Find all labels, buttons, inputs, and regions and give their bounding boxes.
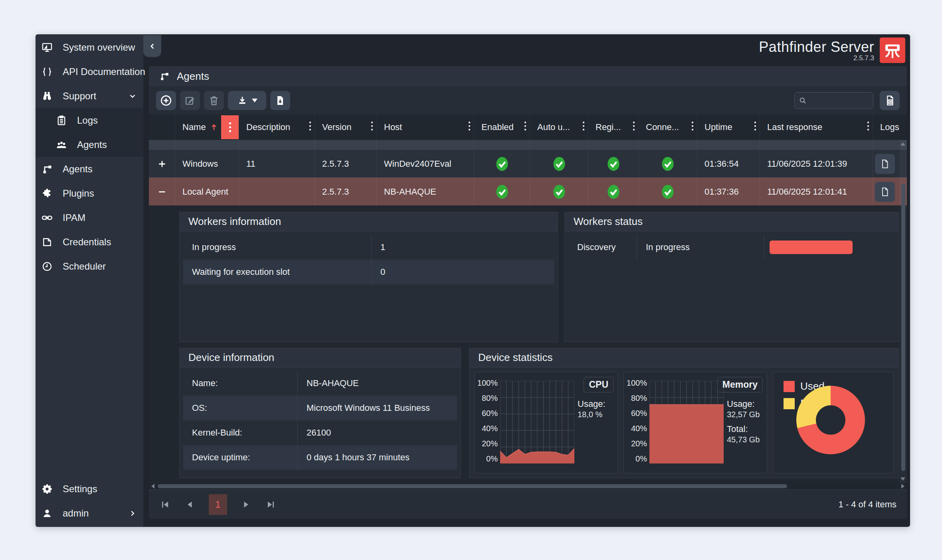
sidebar-item-scheduler[interactable]: Scheduler (36, 254, 143, 278)
page-number-button[interactable]: 1 (209, 494, 227, 515)
row-logs-button[interactable] (875, 182, 895, 202)
axis-tick-label: 100% (627, 379, 647, 388)
scroll-down-arrow-icon[interactable] (900, 477, 905, 481)
cpu-y-axis: 100%80%60%40%20%0% (477, 376, 500, 470)
binoculars-icon (41, 90, 53, 102)
expand-button[interactable] (149, 150, 175, 177)
sidebar-item-ipam[interactable]: IPAM (36, 205, 143, 230)
sort-ascending-icon (209, 122, 219, 132)
column-menu-icon[interactable] (371, 121, 373, 134)
first-page-button[interactable] (159, 499, 170, 510)
cell-auto-update (530, 150, 588, 177)
column-menu-active-icon[interactable] (221, 115, 239, 139)
kv-label: In progress (183, 235, 372, 260)
column-menu-icon[interactable] (867, 121, 869, 134)
sidebar-item-plugins[interactable]: Plugins (36, 181, 143, 205)
sidebar-item-support-agents[interactable]: Agents (36, 132, 143, 157)
sidebar-item-settings[interactable]: Settings (36, 477, 143, 501)
column-menu-icon[interactable] (468, 121, 471, 134)
column-menu-icon[interactable] (582, 121, 585, 134)
column-header-last-response[interactable]: Last response (760, 114, 873, 140)
sidebar-item-api-documentation[interactable]: API Documentation (36, 59, 143, 84)
kv-label: Kernel-Build: (183, 420, 298, 445)
column-header-host[interactable]: Host (377, 114, 474, 140)
clipboard-icon (55, 114, 67, 126)
column-header-uptime[interactable]: Uptime (697, 114, 760, 140)
excel-export-button[interactable] (880, 91, 900, 110)
delete-button[interactable] (204, 91, 224, 110)
filter-row[interactable] (149, 140, 907, 150)
column-menu-icon[interactable] (524, 121, 526, 134)
horizontal-scroll-thumb[interactable] (158, 484, 787, 488)
column-label: Last response (767, 122, 822, 132)
table-row: Name: NB-AHAQUE (183, 371, 457, 396)
column-menu-icon[interactable] (309, 121, 311, 134)
legend-swatch (784, 398, 795, 409)
table-row: OS: Microsoft Windows 11 Business (183, 396, 457, 420)
export-file-button[interactable] (270, 91, 290, 110)
table-row[interactable]: Windows 11 2.5.7.3 WinDev2407Eval 01:36:… (149, 150, 907, 177)
device-information-panel: Device information Name: NB-AHAQUE OS: M… (179, 348, 461, 478)
sidebar-item-credentials[interactable]: Credentials (36, 230, 143, 254)
add-button[interactable] (156, 91, 176, 110)
column-header-registered[interactable]: Regi... (588, 114, 639, 140)
collapse-button[interactable] (149, 178, 175, 205)
column-header-description[interactable]: Description (239, 114, 315, 140)
workflow-icon (41, 163, 53, 175)
column-header-auto-update[interactable]: Auto u... (530, 114, 588, 140)
sidebar-item-support[interactable]: Support (36, 84, 143, 108)
chart-title-chip: Memory (717, 377, 763, 392)
gear-icon (41, 483, 53, 495)
row-logs-button[interactable] (875, 154, 895, 174)
sidebar-item-label: System overview (63, 42, 137, 53)
axis-tick-label: 80% (631, 394, 647, 403)
axis-tick-label: 20% (482, 439, 498, 448)
table-row-selected[interactable]: Local Agent 2.5.7.3 NB-AHAQUE 01:37:36 1… (149, 177, 907, 205)
scroll-left-arrow-icon[interactable] (151, 484, 154, 489)
sidebar-item-admin[interactable]: admin (36, 501, 143, 525)
workflow-icon (159, 71, 170, 81)
vertical-scroll-thumb[interactable] (901, 184, 905, 471)
previous-page-button[interactable] (184, 499, 195, 510)
horizontal-scrollbar[interactable] (149, 483, 907, 489)
scroll-up-arrow-icon[interactable] (900, 142, 905, 146)
download-icon (237, 95, 248, 106)
sidebar-item-label: API Documentation (63, 66, 145, 77)
next-page-button[interactable] (241, 499, 252, 510)
axis-tick-label: 60% (482, 409, 498, 418)
panel-title: Device information (180, 348, 461, 367)
group-icon (55, 139, 67, 151)
column-menu-icon[interactable] (754, 121, 756, 134)
vertical-scrollbar[interactable] (900, 140, 907, 483)
search-input[interactable] (810, 95, 869, 105)
check-icon (661, 156, 674, 172)
scroll-right-arrow-icon[interactable] (901, 484, 904, 489)
brand: Pathfinder Server 2.5.7.3 (759, 39, 874, 62)
column-header-enabled[interactable]: Enabled (474, 114, 530, 140)
first-page-icon (160, 499, 170, 510)
worker-progress-cell (764, 235, 895, 260)
check-icon (496, 156, 509, 172)
column-header-logs[interactable]: Logs (873, 114, 907, 140)
column-header-connected[interactable]: Conne... (639, 114, 697, 140)
sidebar-item-label: Agents (63, 164, 137, 175)
column-header-version[interactable]: Version (315, 114, 377, 140)
sidebar-item-system-overview[interactable]: System overview (36, 35, 143, 59)
column-menu-icon[interactable] (633, 121, 635, 134)
table-row: Device uptime: 0 days 1 hours 37 minutes (183, 445, 457, 470)
edit-button[interactable] (180, 91, 200, 110)
device-information-table: Name: NB-AHAQUE OS: Microsoft Windows 11… (183, 371, 457, 470)
horizontal-scroll-track[interactable] (158, 484, 898, 488)
cell-description (239, 178, 315, 205)
sidebar-collapse-button[interactable] (143, 35, 161, 57)
last-page-button[interactable] (265, 499, 277, 510)
column-menu-icon[interactable] (691, 121, 694, 134)
minus-icon (157, 187, 167, 197)
sidebar-item-agents[interactable]: Agents (36, 157, 143, 181)
check-icon (553, 156, 566, 172)
memory-donut-card: Used Free (773, 372, 894, 473)
column-header-name[interactable]: Name (175, 114, 239, 140)
download-split-button[interactable] (228, 91, 266, 110)
sidebar-item-logs[interactable]: Logs (36, 108, 143, 132)
table-row: Discovery In progress (568, 235, 895, 260)
